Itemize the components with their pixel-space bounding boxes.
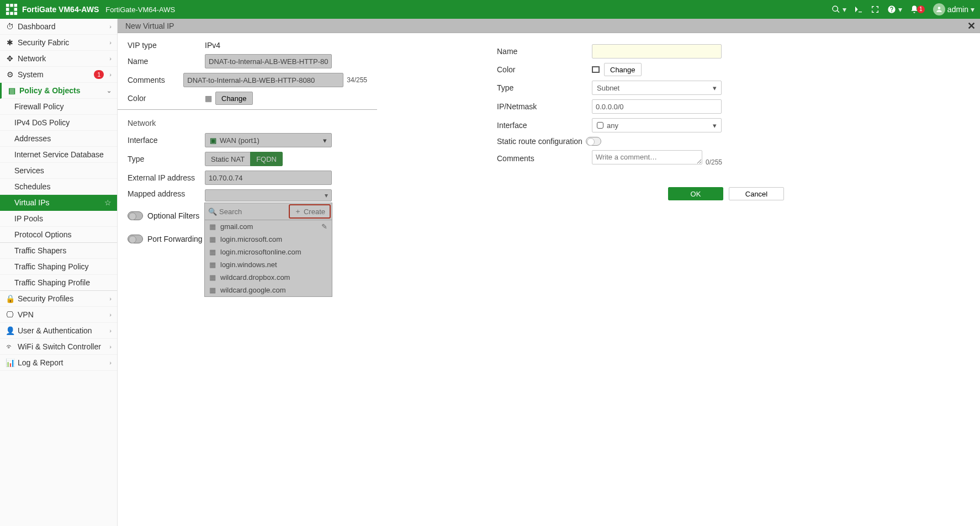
sidebar-sub-virtual-ips[interactable]: Virtual IPs ☆ [0, 195, 117, 211]
sidebar-sub-traffic-shapers[interactable]: Traffic Shapers [0, 243, 117, 259]
lock-icon: 🔒 [6, 294, 14, 303]
star-icon[interactable]: ☆ [104, 198, 112, 207]
mapped-label: Mapped address [128, 189, 205, 198]
panel-name-input[interactable] [592, 44, 722, 59]
panel-interface-select[interactable]: any▾ [592, 118, 722, 132]
cli-icon[interactable] [854, 5, 863, 14]
panel-comments-input[interactable] [592, 150, 702, 164]
chevron-right-icon: › [109, 343, 112, 350]
chevron-right-icon: › [109, 39, 112, 46]
dropdown-item[interactable]: ▦login.microsoftonline.com [205, 246, 332, 258]
help-icon[interactable]: ▾ [887, 5, 902, 14]
comments-input[interactable] [183, 73, 343, 87]
sidebar-sub-schedules[interactable]: Schedules [0, 179, 117, 195]
dropdown-item[interactable]: ▦wildcard.google.com [205, 284, 332, 296]
subitem-label: IPv4 DoS Policy [14, 118, 70, 127]
avatar-icon [933, 3, 945, 15]
subitem-label: Firewall Policy [14, 102, 63, 111]
sidebar-item-user-auth[interactable]: 👤 User & Authentication › [0, 323, 117, 339]
sidebar-label: Policy & Objects [19, 86, 80, 95]
type-static-nat[interactable]: Static NAT [205, 152, 251, 166]
fortinet-logo-icon [6, 3, 18, 15]
mapped-address-select[interactable]: ▾ [205, 189, 332, 201]
chevron-down-icon: ▾ [325, 192, 328, 199]
subitem-label: Virtual IPs [14, 198, 50, 207]
sidebar-sub-services[interactable]: Services [0, 163, 117, 179]
sidebar-item-dashboard[interactable]: ⏱ Dashboard › [0, 19, 117, 35]
sidebar-sub-traffic-shaping-profile[interactable]: Traffic Shaping Profile [0, 275, 117, 291]
sidebar-item-system[interactable]: ⚙ System 1 › [0, 67, 117, 83]
chevron-right-icon: › [109, 55, 112, 62]
panel-ipmask-label: IP/Netmask [497, 102, 592, 111]
address-icon: ▦ [209, 273, 217, 281]
svg-rect-4 [14, 8, 18, 11]
dropdown-item[interactable]: ▦wildcard.dropbox.com [205, 271, 332, 284]
panel-static-route-label: Static route configuration [497, 137, 582, 146]
plus-icon: ＋ [294, 206, 301, 216]
sidebar-item-security-fabric[interactable]: ✱ Security Fabric › [0, 35, 117, 51]
chevron-right-icon: › [109, 23, 112, 30]
svg-rect-0 [6, 4, 9, 7]
sidebar-sub-ip-pools[interactable]: IP Pools [0, 211, 117, 227]
sidebar-item-vpn[interactable]: 🖵 VPN › [0, 307, 117, 323]
user-menu[interactable]: admin ▾ [933, 3, 974, 15]
type-fqdn[interactable]: FQDN [250, 152, 283, 166]
optional-filters-toggle[interactable] [128, 211, 143, 220]
search-icon: 🔍 [208, 208, 217, 216]
item-label: login.microsoftonline.com [220, 248, 301, 256]
cancel-button[interactable]: Cancel [729, 187, 784, 200]
edit-icon[interactable]: ✎ [321, 222, 327, 231]
dropdown-item[interactable]: ▦login.windows.net [205, 258, 332, 271]
sidebar-item-log-report[interactable]: 📊 Log & Report › [0, 355, 117, 371]
type-toggle[interactable]: Static NATFQDN [205, 152, 283, 166]
sidebar: ⏱ Dashboard › ✱ Security Fabric › ✥ Netw… [0, 19, 118, 526]
sidebar-sub-traffic-shaping-policy[interactable]: Traffic Shaping Policy [0, 259, 117, 275]
dropdown-item[interactable]: ▦login.microsoft.com [205, 233, 332, 246]
mapped-address-dropdown: 🔍Search ＋Create ▦gmail.com✎ ▦login.micro… [204, 203, 332, 297]
sidebar-sub-protocol-options[interactable]: Protocol Options [0, 227, 117, 243]
sidebar-label: System [18, 70, 44, 79]
item-label: wildcard.google.com [220, 286, 286, 294]
svg-rect-3 [6, 8, 9, 11]
sidebar-sub-addresses[interactable]: Addresses [0, 131, 117, 147]
ok-button[interactable]: OK [668, 187, 723, 200]
address-icon: ▦ [209, 222, 217, 231]
panel-ipmask-input[interactable] [592, 99, 722, 114]
item-label: wildcard.dropbox.com [220, 273, 290, 281]
sidebar-item-security-profiles[interactable]: 🔒 Security Profiles › [0, 291, 117, 307]
sidebar-sub-firewall-policy[interactable]: Firewall Policy [0, 99, 117, 115]
sidebar-label: Network [18, 54, 46, 63]
gear-icon: ⚙ [6, 70, 14, 79]
interface-select[interactable]: ▣WAN (port1)▾ [205, 133, 332, 147]
panel-color-label: Color [497, 65, 592, 74]
sidebar-item-network[interactable]: ✥ Network › [0, 51, 117, 67]
ext-ip-input[interactable] [205, 171, 332, 185]
panel-color-change-button[interactable]: Change [604, 63, 642, 76]
notifications-icon[interactable]: 1 [910, 5, 925, 14]
sidebar-label: User & Authentication [18, 326, 92, 335]
panel-type-select[interactable]: Subnet▾ [592, 81, 722, 95]
subitem-label: Internet Service Database [14, 150, 104, 159]
chevron-down-icon: ▾ [323, 136, 327, 145]
svg-rect-1 [10, 4, 13, 7]
search-icon[interactable]: ▾ [831, 5, 846, 14]
color-change-button[interactable]: Change [215, 92, 253, 105]
fullscreen-icon[interactable] [871, 5, 880, 14]
subitem-label: Protocol Options [14, 230, 72, 239]
port-forwarding-toggle[interactable] [128, 235, 143, 243]
close-icon[interactable]: ✕ [967, 20, 976, 32]
address-icon: ▦ [209, 248, 217, 256]
dropdown-item[interactable]: ▦gmail.com✎ [205, 220, 332, 233]
sidebar-sub-ipv4-dos[interactable]: IPv4 DoS Policy [0, 115, 117, 131]
sidebar-item-policy-objects[interactable]: ▤ Policy & Objects ⌄ [0, 83, 117, 99]
chevron-right-icon: › [109, 295, 112, 302]
address-icon: ▦ [209, 261, 217, 269]
sidebar-sub-isdb[interactable]: Internet Service Database [0, 147, 117, 163]
dropdown-create-button[interactable]: ＋Create [289, 204, 331, 219]
dropdown-search-input[interactable]: 🔍Search [205, 203, 288, 220]
sidebar-item-wifi[interactable]: ᯤ WiFi & Switch Controller › [0, 339, 117, 355]
name-input[interactable] [205, 54, 332, 68]
item-label: gmail.com [220, 222, 253, 231]
sidebar-label: WiFi & Switch Controller [18, 342, 101, 351]
panel-static-route-toggle[interactable] [586, 137, 601, 146]
